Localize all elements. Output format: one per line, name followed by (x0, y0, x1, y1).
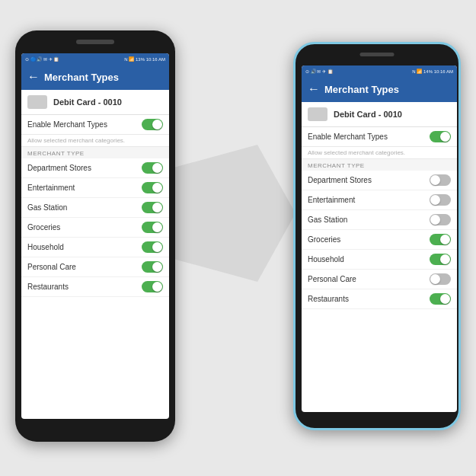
right-status-right: N 📶 14% 10:16 AM (412, 69, 453, 74)
right-phone-screen: ⊙ 🔊 ✉ ✈ 📋 N 📶 14% 10:16 AM ← Merchant Ty… (302, 65, 457, 412)
right-merchant-name-4: Household (308, 255, 344, 264)
left-merchant-item-2[interactable]: Gas Station (21, 198, 169, 218)
left-merchant-name-3: Groceries (27, 223, 60, 232)
left-section-header: MERCHANT TYPE (21, 147, 169, 158)
right-merchant-item-3[interactable]: Groceries (302, 230, 457, 250)
left-phone: ⊙ 🔵 🔊 ✉ ✈ 📋 N 📶 13% 10:16 AM ← Merchant … (15, 30, 175, 442)
left-merchant-toggle-4[interactable] (142, 241, 163, 253)
right-merchant-name-5: Personal Care (308, 275, 356, 283)
left-back-button[interactable]: ← (27, 70, 40, 84)
right-merchant-toggle-3[interactable] (430, 234, 451, 245)
left-enable-row[interactable]: Enable Merchant Types (21, 115, 169, 135)
right-enable-toggle[interactable] (430, 131, 451, 142)
right-enable-row[interactable]: Enable Merchant Types (302, 127, 457, 147)
right-merchant-item-6[interactable]: Restaurants (302, 289, 457, 309)
right-merchant-name-3: Groceries (308, 235, 340, 244)
right-section-header: MERCHANT TYPE (302, 159, 457, 171)
right-status-bar: ⊙ 🔊 ✉ ✈ 📋 N 📶 14% 10:16 AM (302, 65, 457, 76)
right-merchant-item-5[interactable]: Personal Care (302, 270, 457, 289)
left-merchant-item-5[interactable]: Personal Care (21, 257, 169, 277)
right-merchant-name-0: Department Stores (308, 176, 372, 184)
right-merchant-name-1: Entertainment (308, 196, 355, 204)
left-card-icon (27, 95, 47, 109)
left-merchant-list: Department Stores Entertainment Gas Stat… (21, 158, 169, 297)
left-merchant-toggle-1[interactable] (142, 182, 163, 193)
left-enable-toggle-knob (152, 120, 162, 129)
left-merchant-name-4: Household (27, 243, 64, 251)
left-merchant-name-6: Restaurants (27, 283, 69, 291)
left-merchant-toggle-0[interactable] (142, 162, 163, 174)
right-merchant-list: Department Stores Entertainment Gas Stat… (302, 171, 457, 309)
right-merchant-toggle-1[interactable] (430, 194, 451, 206)
left-merchant-item-4[interactable]: Household (21, 238, 169, 257)
left-merchant-item-6[interactable]: Restaurants (21, 277, 169, 297)
right-phone-speaker (360, 53, 395, 56)
right-app-header: ← Merchant Types (302, 76, 457, 102)
left-header-title: Merchant Types (44, 72, 119, 83)
right-merchant-name-2: Gas Station (308, 216, 347, 224)
left-merchant-toggle-5[interactable] (142, 261, 163, 273)
left-merchant-name-0: Department Stores (27, 164, 91, 172)
right-status-left: ⊙ 🔊 ✉ ✈ 📋 (305, 69, 333, 74)
right-merchant-toggle-6[interactable] (430, 293, 451, 305)
left-enable-label: Enable Merchant Types (27, 120, 107, 129)
right-back-button[interactable]: ← (308, 82, 320, 96)
right-hint: Allow selected merchant categories. (302, 147, 457, 159)
left-phone-screen: ⊙ 🔵 🔊 ✉ ✈ 📋 N 📶 13% 10:16 AM ← Merchant … (21, 53, 169, 419)
left-merchant-toggle-3[interactable] (142, 222, 163, 233)
right-phone: ⊙ 🔊 ✉ ✈ 📋 N 📶 14% 10:16 AM ← Merchant Ty… (293, 42, 461, 430)
right-merchant-item-0[interactable]: Department Stores (302, 171, 457, 190)
right-merchant-name-6: Restaurants (308, 295, 349, 303)
left-status-left: ⊙ 🔵 🔊 ✉ ✈ 📋 (25, 56, 59, 62)
left-card-label: Debit Card - 0010 (53, 97, 122, 107)
left-merchant-item-3[interactable]: Groceries (21, 218, 169, 238)
right-card-icon (308, 107, 327, 121)
left-hint: Allow selected merchant categories. (21, 135, 169, 147)
right-status-icons: ⊙ 🔊 ✉ ✈ 📋 (305, 69, 333, 74)
left-phone-speaker (76, 40, 114, 44)
svg-marker-0 (174, 145, 296, 282)
left-card-row: Debit Card - 0010 (21, 90, 169, 115)
left-merchant-name-2: Gas Station (27, 203, 67, 212)
right-merchant-toggle-0[interactable] (430, 174, 451, 186)
left-merchant-name-1: Entertainment (27, 184, 75, 192)
right-card-row: Debit Card - 0010 (302, 102, 457, 127)
left-merchant-item-0[interactable]: Department Stores (21, 158, 169, 178)
left-status-info: N 📶 13% 10:16 AM (124, 56, 165, 62)
left-status-right: N 📶 13% 10:16 AM (124, 56, 165, 62)
left-merchant-name-5: Personal Care (27, 263, 76, 271)
right-merchant-toggle-5[interactable] (430, 273, 451, 285)
right-merchant-item-2[interactable]: Gas Station (302, 210, 457, 230)
left-merchant-toggle-6[interactable] (142, 281, 163, 292)
right-merchant-item-4[interactable]: Household (302, 250, 457, 270)
right-card-label: Debit Card - 0010 (334, 110, 402, 119)
scene: ⊙ 🔵 🔊 ✉ ✈ 📋 N 📶 13% 10:16 AM ← Merchant … (0, 0, 476, 476)
right-merchant-toggle-4[interactable] (430, 254, 451, 265)
left-merchant-toggle-2[interactable] (142, 202, 163, 213)
left-merchant-item-1[interactable]: Entertainment (21, 178, 169, 198)
right-status-info: N 📶 14% 10:16 AM (412, 69, 453, 74)
left-enable-toggle[interactable] (142, 119, 163, 130)
right-enable-toggle-knob (440, 132, 450, 142)
left-status-bar: ⊙ 🔵 🔊 ✉ ✈ 📋 N 📶 13% 10:16 AM (21, 53, 169, 64)
right-merchant-item-1[interactable]: Entertainment (302, 190, 457, 210)
right-merchant-toggle-2[interactable] (430, 214, 451, 225)
left-status-icons: ⊙ 🔵 🔊 ✉ ✈ 📋 (25, 56, 59, 62)
right-header-title: Merchant Types (324, 84, 399, 95)
right-enable-label: Enable Merchant Types (308, 133, 388, 141)
connector-arrow (174, 145, 296, 282)
left-app-header: ← Merchant Types (21, 64, 169, 90)
